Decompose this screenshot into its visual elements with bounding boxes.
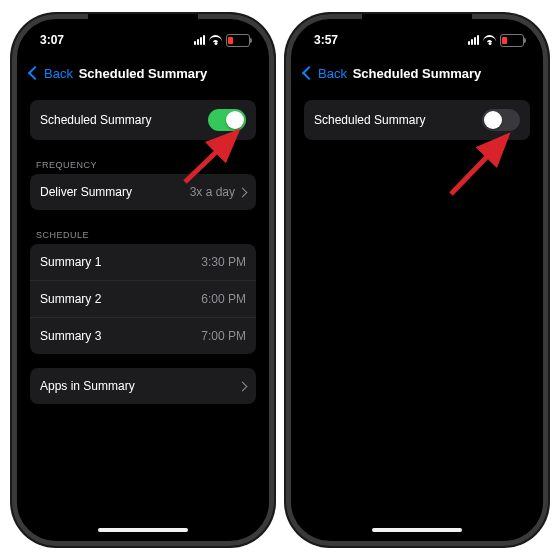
toggle-knob — [484, 111, 502, 129]
nav-bar: Back Scheduled Summary — [294, 52, 540, 96]
status-right — [468, 34, 524, 47]
section-schedule-header: SCHEDULE — [30, 220, 256, 244]
status-time: 3:07 — [40, 33, 64, 47]
wifi-icon — [209, 35, 222, 45]
summary-1-value: 3:30 PM — [201, 255, 246, 269]
row-scheduled-summary-toggle[interactable]: Scheduled Summary — [304, 100, 530, 140]
deliver-summary-label: Deliver Summary — [40, 185, 132, 199]
row-deliver-summary[interactable]: Deliver Summary 3x a day — [30, 174, 256, 210]
chevron-right-icon — [238, 187, 248, 197]
page-title: Scheduled Summary — [20, 66, 266, 81]
summary-3-label: Summary 3 — [40, 329, 101, 343]
phone-right: 3:57 Back Scheduled Summary Scheduled Su — [286, 14, 548, 546]
row-summary-1[interactable]: Summary 1 3:30 PM — [30, 244, 256, 280]
screen-right: 3:57 Back Scheduled Summary Scheduled Su — [294, 22, 540, 538]
nav-bar: Back Scheduled Summary — [20, 52, 266, 96]
row-scheduled-summary-toggle[interactable]: Scheduled Summary — [30, 100, 256, 140]
screenshot-pair: 3:07 Back Scheduled Summary Scheduled S — [0, 0, 560, 560]
deliver-summary-value: 3x a day — [190, 185, 246, 199]
toggle-knob — [226, 111, 244, 129]
group-frequency: Deliver Summary 3x a day — [30, 174, 256, 210]
home-indicator[interactable] — [372, 528, 462, 532]
group-main-toggle: Scheduled Summary — [30, 100, 256, 140]
scheduled-summary-toggle[interactable] — [482, 109, 520, 131]
chevron-right-icon — [238, 381, 248, 391]
status-time: 3:57 — [314, 33, 338, 47]
notch — [88, 14, 198, 36]
page-title: Scheduled Summary — [294, 66, 540, 81]
row-summary-2[interactable]: Summary 2 6:00 PM — [30, 280, 256, 317]
group-schedule: Summary 1 3:30 PM Summary 2 6:00 PM Summ… — [30, 244, 256, 354]
cell-signal-icon — [194, 35, 205, 45]
svg-line-1 — [451, 136, 507, 194]
screen-left: 3:07 Back Scheduled Summary Scheduled S — [20, 22, 266, 538]
cell-signal-icon — [468, 35, 479, 45]
summary-2-label: Summary 2 — [40, 292, 101, 306]
battery-icon — [500, 34, 524, 47]
row-apps-in-summary[interactable]: Apps in Summary — [30, 368, 256, 404]
apps-in-summary-label: Apps in Summary — [40, 379, 135, 393]
scheduled-summary-toggle[interactable] — [208, 109, 246, 131]
apps-in-summary-disclosure — [239, 383, 246, 390]
toggle-row-label: Scheduled Summary — [40, 113, 151, 127]
row-summary-3[interactable]: Summary 3 7:00 PM — [30, 317, 256, 354]
section-frequency-header: FREQUENCY — [30, 150, 256, 174]
settings-content: Scheduled Summary FREQUENCY Deliver Summ… — [20, 96, 266, 404]
summary-3-value: 7:00 PM — [201, 329, 246, 343]
battery-icon — [226, 34, 250, 47]
settings-content: Scheduled Summary — [294, 96, 540, 140]
notch — [362, 14, 472, 36]
wifi-icon — [483, 35, 496, 45]
summary-2-value: 6:00 PM — [201, 292, 246, 306]
status-right — [194, 34, 250, 47]
phone-left: 3:07 Back Scheduled Summary Scheduled S — [12, 14, 274, 546]
summary-1-label: Summary 1 — [40, 255, 101, 269]
group-apps: Apps in Summary — [30, 368, 256, 404]
toggle-row-label: Scheduled Summary — [314, 113, 425, 127]
home-indicator[interactable] — [98, 528, 188, 532]
group-main-toggle: Scheduled Summary — [304, 100, 530, 140]
